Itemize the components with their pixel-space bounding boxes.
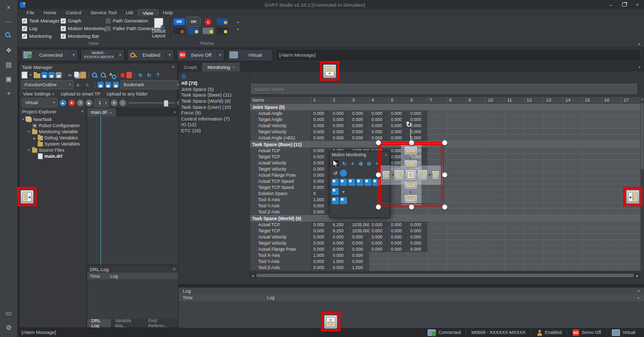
column-header-log[interactable]: Log (108, 274, 118, 279)
value-cell[interactable] (602, 240, 622, 246)
column-header-7[interactable]: 7 (428, 97, 447, 104)
value-cell[interactable] (544, 110, 563, 116)
close-icon[interactable]: × (233, 65, 235, 69)
search-input[interactable] (251, 84, 637, 94)
view-left-icon[interactable] (364, 179, 371, 186)
new-file-menu-icon[interactable]: ▾ (29, 71, 33, 79)
value-cell[interactable] (447, 129, 466, 135)
value-cell[interactable] (544, 234, 563, 240)
value-cell[interactable] (428, 123, 447, 129)
tree-expander-icon[interactable]: ▼ (21, 118, 25, 121)
collections-icon[interactable]: ❖ (4, 45, 13, 55)
chevron-down-icon[interactable]: ▾ (174, 110, 178, 114)
value-cell[interactable] (622, 148, 641, 154)
value-cell[interactable]: 0.000 (350, 240, 369, 246)
value-cell[interactable]: 0.000 (369, 246, 389, 252)
value-cell[interactable] (505, 234, 525, 240)
tree-item-debug-variables[interactable]: ▶Debug Variables (19, 135, 86, 141)
value-cell[interactable] (602, 123, 622, 129)
value-cell[interactable] (486, 110, 505, 116)
value-cell[interactable] (486, 240, 505, 246)
value-cell[interactable] (544, 160, 563, 166)
value-cell[interactable] (486, 116, 505, 123)
value-cell[interactable] (563, 264, 583, 271)
safety-status-dropdown[interactable]: Enabled▼ (127, 49, 174, 61)
value-cell[interactable] (466, 110, 486, 116)
value-cell[interactable] (447, 222, 466, 228)
value-cell[interactable] (602, 228, 622, 234)
value-cell[interactable]: 0.000 (389, 135, 408, 141)
value-cell[interactable] (525, 222, 544, 228)
value-cell[interactable]: 0.000 (331, 116, 350, 123)
more-icon[interactable]: ⋯ (4, 17, 13, 26)
value-cell[interactable] (563, 166, 583, 172)
close-icon[interactable]: × (637, 288, 640, 294)
pause-button[interactable]: ‖ (77, 100, 84, 106)
value-cell[interactable]: 0.000 (311, 116, 331, 123)
value-cell[interactable] (466, 166, 486, 172)
value-cell[interactable] (447, 172, 466, 178)
speed-slider[interactable] (128, 100, 175, 106)
chevron-down-icon[interactable]: ▼ (166, 51, 171, 59)
row-name-cell[interactable]: Target Velocity (250, 129, 311, 135)
scroll-right-icon[interactable]: ▶ (635, 274, 640, 277)
row-name-cell[interactable]: Target Velocity (250, 240, 311, 246)
menu-item-file[interactable]: File (22, 9, 39, 16)
value-cell[interactable] (486, 258, 505, 264)
value-cell[interactable]: 0.000 (408, 240, 428, 246)
sync-doc-icon[interactable] (113, 82, 119, 88)
value-cell[interactable]: 0.000 (311, 228, 331, 234)
value-cell[interactable] (563, 123, 583, 129)
value-cell[interactable] (408, 264, 428, 271)
value-cell[interactable]: 0.000 (311, 154, 331, 160)
value-cell[interactable] (544, 178, 563, 184)
pan-view-icon[interactable]: + (349, 160, 356, 167)
value-cell[interactable] (602, 160, 622, 166)
save-icon[interactable] (41, 72, 47, 78)
paste-icon[interactable] (80, 71, 86, 79)
value-cell[interactable] (486, 228, 505, 234)
value-cell[interactable] (525, 190, 544, 197)
value-cell[interactable] (505, 197, 525, 203)
value-cell[interactable] (428, 240, 447, 246)
category-item[interactable]: Task Space (User) (10) (180, 104, 249, 110)
menu-item-control[interactable]: Control (61, 9, 86, 16)
tree-item-source-files[interactable]: ▼Source Files (19, 147, 86, 153)
theme-c-red-tile[interactable]: C (205, 18, 212, 26)
value-cell[interactable]: 0.000 (389, 228, 408, 234)
settings-gear-icon[interactable]: ⚙ (4, 323, 13, 332)
table-row[interactable]: Tool Y-Axis0.0001.0000.000 (250, 258, 641, 264)
editor-tab-main-drl[interactable]: main.drl × (87, 108, 116, 116)
value-cell[interactable] (525, 129, 544, 135)
value-cell[interactable] (447, 246, 466, 252)
value-cell[interactable] (428, 222, 447, 228)
value-cell[interactable]: 0.000 (369, 129, 389, 135)
view-settings-link[interactable]: View Settings▼ (23, 91, 55, 97)
value-cell[interactable]: 0.000 (311, 264, 331, 271)
value-cell[interactable]: 0.000 (408, 228, 428, 234)
value-cell[interactable] (583, 135, 602, 141)
value-cell[interactable] (505, 246, 525, 252)
drl-tab-drl-log[interactable]: DRL Log (87, 319, 111, 327)
value-cell[interactable] (505, 240, 525, 246)
value-cell[interactable]: 0.000 (408, 222, 428, 228)
table-row[interactable]: Target Velocity0.0000.0000.0000.0000.000… (250, 129, 641, 135)
value-cell[interactable] (466, 160, 486, 166)
table-row[interactable]: Target Velocity0.0000.0000.0000.0000.000… (250, 166, 641, 172)
value-cell[interactable] (544, 240, 563, 246)
value-cell[interactable] (505, 264, 525, 271)
value-cell[interactable]: 0.000 (350, 258, 369, 264)
chevron-down-icon[interactable]: ▼ (116, 51, 122, 59)
value-cell[interactable] (428, 246, 447, 252)
menu-item-home[interactable]: Home (39, 9, 61, 16)
value-cell[interactable] (466, 228, 486, 234)
value-cell[interactable] (563, 178, 583, 184)
value-cell[interactable] (622, 209, 641, 215)
selection-handle[interactable] (409, 140, 414, 146)
value-cell[interactable] (447, 123, 466, 129)
value-cell[interactable] (447, 234, 466, 240)
scrollbar-thumb[interactable] (641, 103, 643, 170)
value-cell[interactable] (408, 252, 428, 258)
dock-guide-top[interactable]: ▲ (320, 61, 339, 81)
value-cell[interactable]: 0.000 (408, 246, 428, 252)
